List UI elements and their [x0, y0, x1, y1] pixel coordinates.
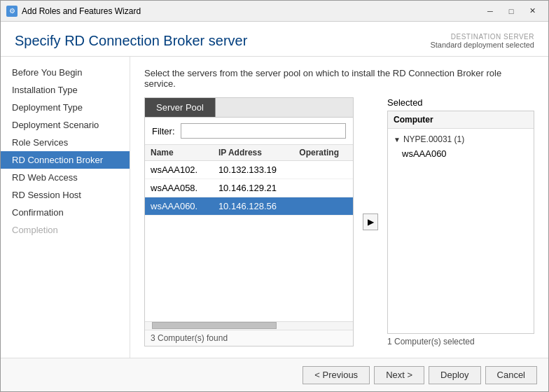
- server-ip: 10.132.133.19: [213, 161, 293, 179]
- server-name: wsAAA060.: [145, 197, 213, 216]
- app-icon: ⚙: [6, 6, 18, 17]
- sidebar-item-confirmation[interactable]: Confirmation: [1, 204, 130, 221]
- server-os: [293, 197, 353, 216]
- destination-server-info: DESTINATION SERVER Standard deployment s…: [430, 33, 534, 49]
- scrollbar-thumb[interactable]: [152, 322, 277, 329]
- sidebar-item-deployment-type[interactable]: Deployment Type: [1, 99, 130, 116]
- minimize-button[interactable]: ─: [480, 4, 501, 18]
- cancel-button[interactable]: Cancel: [485, 366, 537, 384]
- content-area: Specify RD Connection Broker server DEST…: [1, 22, 548, 391]
- filter-row: Filter:: [145, 118, 353, 145]
- tab-bar: Server Pool: [145, 98, 353, 118]
- main-content: Before You Begin Installation Type Deplo…: [1, 57, 548, 358]
- title-bar: ⚙ Add Roles and Features Wizard ─ □ ✕: [1, 1, 548, 22]
- sidebar: Before You Begin Installation Type Deplo…: [1, 57, 130, 358]
- close-button[interactable]: ✕: [522, 4, 543, 18]
- page-header: Specify RD Connection Broker server DEST…: [1, 22, 548, 57]
- panel-instruction: Select the servers from the server pool …: [144, 68, 534, 89]
- selected-tree: ▼ NYPE.00031 (1) wsAAA060: [388, 129, 534, 163]
- panel-body: Server Pool Filter: Name IP: [144, 97, 534, 346]
- sidebar-item-completion: Completion: [1, 221, 130, 239]
- col-os: Operating: [293, 145, 353, 161]
- destination-value: Standard deployment selected: [430, 41, 534, 49]
- server-os: [293, 179, 353, 197]
- computer-header: Computer: [388, 111, 534, 129]
- title-bar-text: Add Roles and Features Wizard: [22, 6, 480, 16]
- table-row[interactable]: wsAAA102. 10.132.133.19: [145, 161, 353, 179]
- footer: < Previous Next > Deploy Cancel: [1, 358, 548, 391]
- add-arrow-button[interactable]: ▶: [363, 214, 378, 230]
- sidebar-item-before-you-begin[interactable]: Before You Begin: [1, 64, 130, 81]
- sidebar-item-rd-web-access[interactable]: RD Web Access: [1, 169, 130, 186]
- expand-icon: ▼: [394, 136, 401, 144]
- tree-group: ▼ NYPE.00031 (1): [388, 132, 534, 147]
- deploy-button[interactable]: Deploy: [429, 366, 480, 384]
- page-title: Specify RD Connection Broker server: [15, 33, 247, 49]
- pool-footer: 3 Computer(s) found: [145, 330, 353, 346]
- tree-item: wsAAA060: [388, 147, 534, 160]
- table-row[interactable]: wsAAA060. 10.146.128.56: [145, 197, 353, 216]
- server-os: [293, 161, 353, 179]
- server-ip: 10.146.128.56: [213, 197, 293, 216]
- destination-label: DESTINATION SERVER: [430, 33, 534, 41]
- sidebar-item-installation-type[interactable]: Installation Type: [1, 81, 130, 99]
- col-ip: IP Address: [213, 145, 293, 161]
- server-name: wsAAA102.: [145, 161, 213, 179]
- selected-label: Selected: [387, 97, 534, 108]
- filter-input[interactable]: [181, 123, 347, 139]
- sidebar-item-deployment-scenario[interactable]: Deployment Scenario: [1, 116, 130, 134]
- sidebar-item-role-services[interactable]: Role Services: [1, 134, 130, 151]
- server-ip: 10.146.129.21: [213, 179, 293, 197]
- server-pool-tab[interactable]: Server Pool: [145, 98, 216, 117]
- server-table: Name IP Address Operating wsAAA102. 10.1…: [145, 145, 353, 321]
- arrow-column: ▶: [361, 97, 380, 346]
- title-bar-controls: ─ □ ✕: [480, 4, 543, 18]
- selected-box: Computer ▼ NYPE.00031 (1) wsAAA060: [387, 111, 534, 334]
- window: ⚙ Add Roles and Features Wizard ─ □ ✕ Sp…: [0, 0, 549, 392]
- selected-section: Selected Computer ▼ NYPE.00031 (1): [387, 97, 534, 346]
- tree-group-name: ▼ NYPE.00031 (1): [394, 134, 528, 144]
- col-name: Name: [145, 145, 213, 161]
- selected-footer: 1 Computer(s) selected: [387, 337, 534, 346]
- sidebar-item-rd-session-host[interactable]: RD Session Host: [1, 186, 130, 204]
- server-name: wsAAA058.: [145, 179, 213, 197]
- filter-label: Filter:: [152, 126, 175, 136]
- maximize-button[interactable]: □: [501, 4, 522, 18]
- sidebar-item-rd-connection-broker[interactable]: RD Connection Broker: [1, 151, 130, 169]
- group-label: NYPE.00031 (1): [403, 134, 464, 144]
- table-row[interactable]: wsAAA058. 10.146.129.21: [145, 179, 353, 197]
- next-button[interactable]: Next >: [374, 366, 424, 384]
- horizontal-scrollbar[interactable]: [145, 321, 353, 330]
- panel: Select the servers from the server pool …: [130, 57, 548, 358]
- previous-button[interactable]: < Previous: [303, 366, 370, 384]
- server-pool-section: Server Pool Filter: Name IP: [144, 97, 354, 346]
